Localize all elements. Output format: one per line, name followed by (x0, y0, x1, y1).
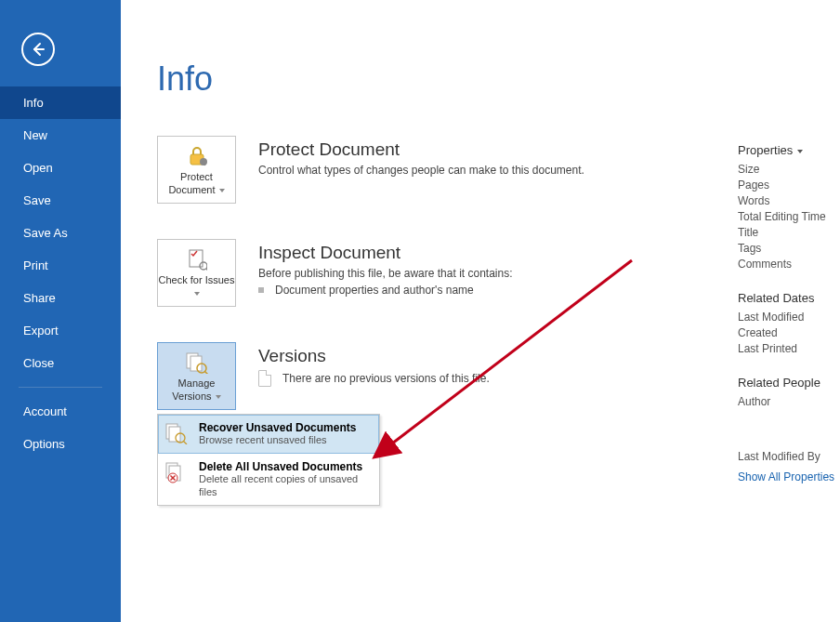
back-button[interactable] (21, 33, 55, 66)
dd-item-title: Delete All Unsaved Documents (199, 460, 366, 473)
properties-panel: Properties Size Pages Words Total Editin… (738, 143, 840, 483)
protect-document-button[interactable]: Protect Document (157, 136, 236, 204)
delete-all-unsaved-documents-item[interactable]: Delete All Unsaved Documents Delete all … (158, 454, 379, 506)
properties-heading[interactable]: Properties (738, 143, 840, 157)
related-dates-heading: Related Dates (738, 291, 840, 305)
nav-new[interactable]: New (0, 119, 121, 152)
nav-account[interactable]: Account (0, 395, 121, 428)
manage-versions-button[interactable]: Manage Versions (157, 342, 236, 410)
page-icon (258, 370, 271, 387)
prop-pages: Pages (738, 179, 840, 192)
recover-icon (164, 421, 190, 445)
prop-total-editing-time: Total Editing Time (738, 210, 840, 223)
inspect-lead: Before publishing this file, be aware th… (258, 267, 513, 280)
inspect-tile-label: Check for Issues (159, 274, 235, 285)
manage-versions-menu: Recover Unsaved Documents Browse recent … (157, 414, 380, 506)
lock-icon (186, 143, 208, 169)
nav-close[interactable]: Close (0, 347, 121, 379)
backstage-sidebar: Info New Open Save Save As Print Share E… (0, 0, 121, 622)
inspect-heading: Inspect Document (258, 243, 513, 263)
svg-line-14 (184, 442, 188, 445)
svg-line-10 (204, 371, 208, 374)
nav-print[interactable]: Print (0, 249, 121, 282)
document-check-icon (187, 246, 207, 272)
prop-title: Title (738, 226, 840, 239)
inspect-bullet-text: Document properties and author's name (275, 284, 474, 297)
recover-unsaved-documents-item[interactable]: Recover Unsaved Documents Browse recent … (158, 415, 379, 454)
show-all-properties-link[interactable]: Show All Properties (738, 470, 840, 483)
nav-save-as[interactable]: Save As (0, 217, 121, 249)
nav-options[interactable]: Options (0, 428, 121, 460)
versions-tile-label: Manage Versions (172, 377, 215, 402)
prop-tags: Tags (738, 242, 840, 255)
delete-icon (164, 460, 190, 484)
protect-tile-label: Protect Document (168, 171, 215, 195)
people-author: Author (738, 395, 840, 408)
dd-item-desc: Browse recent unsaved files (199, 434, 356, 447)
versions-row: There are no previous versions of this f… (258, 370, 490, 387)
main-content: Info Protect Document Protect Document C… (121, 0, 840, 622)
prop-comments: Comments (738, 258, 840, 271)
nav-info[interactable]: Info (0, 86, 121, 119)
nav-open[interactable]: Open (0, 152, 121, 184)
versions-desc: There are no previous versions of this f… (282, 372, 490, 385)
prop-words: Words (738, 194, 840, 207)
related-people-heading: Related People (738, 376, 840, 390)
nav-save[interactable]: Save (0, 184, 121, 217)
check-for-issues-button[interactable]: Check for Issues (157, 239, 236, 307)
versions-heading: Versions (258, 346, 490, 366)
nav-divider (19, 387, 102, 388)
protect-heading: Protect Document (258, 139, 584, 160)
nav-export[interactable]: Export (0, 314, 121, 347)
page-title: Info (157, 60, 840, 99)
protect-desc: Control what types of changes people can… (258, 164, 584, 177)
prop-size: Size (738, 163, 840, 176)
versions-icon (185, 350, 209, 376)
arrow-left-icon (30, 41, 46, 58)
dd-item-title: Recover Unsaved Documents (199, 421, 356, 434)
date-last-modified: Last Modified (738, 311, 840, 324)
nav-share[interactable]: Share (0, 282, 121, 314)
inspect-bullet-row: Document properties and author's name (258, 284, 513, 297)
dd-item-desc: Delete all recent copies of unsaved file… (199, 473, 366, 499)
bullet-icon (258, 287, 264, 293)
svg-line-6 (206, 269, 207, 271)
last-modified-by: Last Modified By (738, 450, 840, 463)
date-last-printed: Last Printed (738, 342, 840, 355)
date-created: Created (738, 326, 840, 339)
